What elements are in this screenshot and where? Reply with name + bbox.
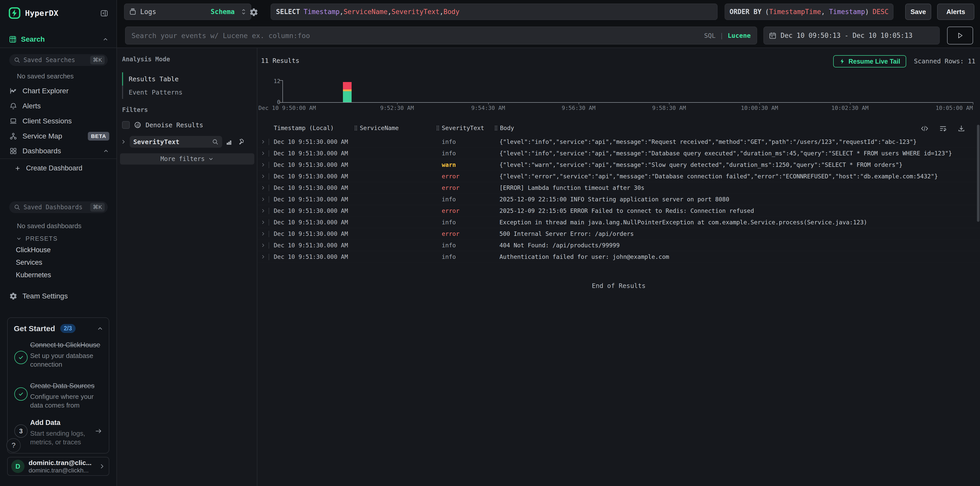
- wrap-lines-icon[interactable]: [939, 125, 947, 132]
- search-icon[interactable]: [212, 139, 219, 145]
- sidebar-section-search[interactable]: Search: [9, 35, 109, 43]
- table-row[interactable]: Dec 10 9:51:30.000 AM info {"level":"inf…: [258, 148, 980, 159]
- col-header-severitytext[interactable]: SeverityText: [436, 125, 484, 131]
- get-started-step-3[interactable]: Add Data Start sending logs, metrics, or…: [30, 418, 102, 447]
- code-view-icon[interactable]: [921, 125, 928, 132]
- row-expand-icon[interactable]: [261, 220, 266, 225]
- chevron-up-icon[interactable]: [103, 148, 109, 155]
- row-expand-icon[interactable]: [261, 151, 266, 156]
- date-range-picker[interactable]: Dec 10 09:50:13 - Dec 10 10:05:13: [764, 27, 940, 45]
- x-axis-line: [282, 102, 973, 103]
- scanned-rows: Scanned Rows: 11: [914, 57, 975, 65]
- play-icon: [956, 32, 964, 39]
- analysis-mode-list: Results Table Event Patterns: [122, 72, 183, 99]
- row-expand-icon[interactable]: [261, 174, 266, 179]
- col-header-servicename[interactable]: ServiceName: [354, 125, 399, 131]
- saved-searches-search[interactable]: ⌘K: [9, 54, 108, 66]
- table-row[interactable]: Dec 10 9:51:30.000 AM info Authenticatio…: [258, 251, 980, 263]
- preset-clickhouse[interactable]: ClickHouse: [16, 246, 51, 254]
- scrollbar-thumb[interactable]: [977, 125, 980, 222]
- help-button[interactable]: ?: [6, 438, 21, 453]
- sql-toggle[interactable]: SQL: [704, 32, 716, 39]
- download-icon[interactable]: [958, 125, 965, 132]
- sidebar-divider: [0, 158, 116, 159]
- bar-chart-icon[interactable]: [226, 138, 233, 146]
- order-by-input[interactable]: ORDER BY(TimestampTime, Timestamp)DESC: [725, 3, 893, 20]
- chevron-right-icon[interactable]: [121, 139, 126, 145]
- row-expand-icon[interactable]: [261, 231, 266, 236]
- create-dashboard-button[interactable]: Create Dashboard: [14, 164, 115, 172]
- dashboards-icon: [9, 147, 18, 155]
- get-started-step-1[interactable]: Connect to ClickHouse Set up your databa…: [30, 340, 102, 369]
- query-token: Timestamp: [304, 8, 340, 16]
- table-row[interactable]: Dec 10 9:51:30.000 AM info {"level":"inf…: [258, 136, 980, 148]
- run-query-button[interactable]: [947, 27, 973, 45]
- chevron-up-icon[interactable]: [97, 325, 104, 332]
- sidebar-item-team-settings[interactable]: Team Settings: [9, 292, 109, 300]
- field-filter-row: SeverityText: [121, 136, 245, 148]
- calendar-icon: [769, 32, 776, 39]
- saved-dashboards-search[interactable]: ⌘K: [9, 201, 108, 213]
- drag-handle-icon[interactable]: [494, 125, 498, 131]
- preset-kubernetes[interactable]: Kubernetes: [16, 271, 51, 279]
- search-table-icon: [9, 35, 17, 43]
- more-filters-button[interactable]: More filters: [120, 153, 254, 164]
- resume-live-tail-button[interactable]: Resume Live Tail: [833, 55, 906, 67]
- pin-icon[interactable]: [237, 138, 245, 146]
- laptop-icon: [9, 117, 18, 125]
- drag-handle-icon[interactable]: [354, 125, 358, 131]
- collapse-sidebar-icon[interactable]: [100, 9, 108, 18]
- mode-results-table[interactable]: Results Table: [123, 72, 183, 86]
- severity-filter-group[interactable]: SeverityText: [130, 136, 222, 148]
- row-timestamp: Dec 10 9:51:30.000 AM: [274, 170, 348, 182]
- table-row[interactable]: Dec 10 9:51:30.000 AM info Exception in …: [258, 217, 980, 228]
- row-severity: info: [442, 251, 456, 263]
- sidebar-item-alerts[interactable]: Alerts: [9, 102, 109, 110]
- source-select[interactable]: Logs Schema: [124, 3, 251, 20]
- mode-event-patterns[interactable]: Event Patterns: [123, 86, 183, 99]
- filter-panel: Analysis Mode Results Table Event Patter…: [117, 48, 258, 486]
- preset-services[interactable]: Services: [16, 258, 42, 266]
- team-settings-label: Team Settings: [22, 292, 68, 300]
- source-settings-gear-icon[interactable]: [249, 8, 258, 17]
- col-header-body[interactable]: Body: [494, 125, 514, 131]
- sidebar-item-dashboards[interactable]: Dashboards: [9, 147, 109, 155]
- presets-header[interactable]: PRESETS: [16, 235, 58, 242]
- row-expand-icon[interactable]: [261, 139, 266, 144]
- orderby-args: TimestampTime, Timestamp: [769, 8, 865, 16]
- lucene-toggle[interactable]: Lucene: [728, 32, 751, 39]
- sidebar-item-service-map[interactable]: Service Map BETA: [9, 132, 109, 140]
- col-header-timestamp[interactable]: Timestamp (Local): [274, 125, 334, 131]
- drag-handle-icon[interactable]: [436, 125, 440, 131]
- search-input[interactable]: [132, 32, 704, 40]
- table-row[interactable]: Dec 10 9:51:30.000 AM error [ERROR] Lamb…: [258, 182, 980, 194]
- denoise-checkbox[interactable]: [122, 121, 130, 129]
- alerts-button[interactable]: Alerts: [937, 3, 974, 20]
- row-severity: warn: [442, 159, 456, 170]
- sql-select-input[interactable]: SELECTTimestamp,ServiceName,SeverityText…: [270, 3, 718, 20]
- results-histogram[interactable]: Dec 10 9:50:00 AM9:52:30 AM9:54:30 AM9:5…: [282, 80, 973, 102]
- denoise-label[interactable]: Denoise Results: [146, 121, 203, 129]
- table-row[interactable]: Dec 10 9:51:30.000 AM warn {"level":"war…: [258, 159, 980, 170]
- row-expand-icon[interactable]: [261, 185, 266, 190]
- toggle-separator: |: [720, 32, 724, 39]
- get-started-step-2[interactable]: Create Data Sources Configure where your…: [30, 381, 102, 410]
- row-expand-icon[interactable]: [261, 197, 266, 202]
- saved-dashboards-input[interactable]: [24, 204, 87, 211]
- save-button[interactable]: Save: [905, 3, 931, 20]
- sidebar-item-chart-explorer[interactable]: Chart Explorer: [9, 87, 109, 95]
- table-row[interactable]: Dec 10 9:51:30.000 AM error 2025-12-09 2…: [258, 205, 980, 217]
- row-expand-icon[interactable]: [261, 254, 266, 259]
- table-row[interactable]: Dec 10 9:51:30.000 AM error {"level":"er…: [258, 170, 980, 182]
- sidebar-item-client-sessions[interactable]: Client Sessions: [9, 117, 109, 125]
- histogram-bar[interactable]: [343, 82, 352, 102]
- row-expand-icon[interactable]: [261, 243, 266, 248]
- row-expand-icon[interactable]: [261, 162, 266, 167]
- saved-searches-input[interactable]: [24, 56, 87, 64]
- table-row[interactable]: Dec 10 9:51:30.000 AM info 404 Not Found…: [258, 240, 980, 251]
- table-row[interactable]: Dec 10 9:51:30.000 AM info 2025-12-09 22…: [258, 194, 980, 205]
- table-row[interactable]: Dec 10 9:51:30.000 AM error 500 Internal…: [258, 228, 980, 240]
- row-expand-icon[interactable]: [261, 208, 266, 214]
- user-menu[interactable]: D dominic.tran@clic... dominic.tran@clic…: [7, 457, 109, 476]
- chevron-up-icon[interactable]: [102, 36, 109, 43]
